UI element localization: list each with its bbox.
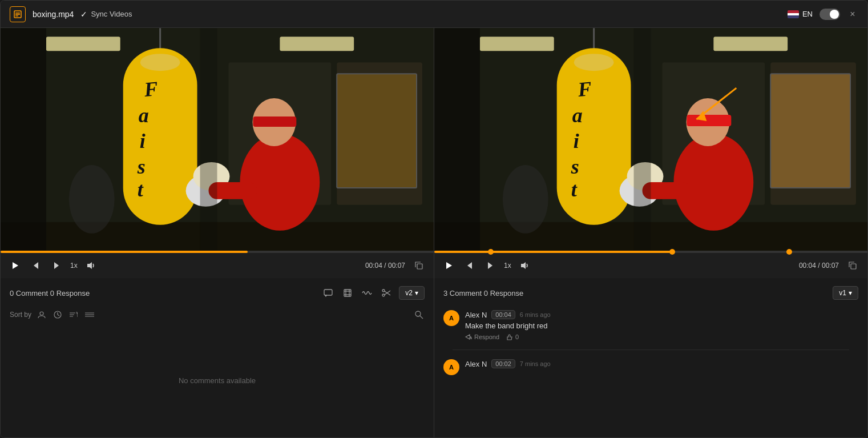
svg-rect-3 (15, 15, 18, 17)
right-next-button[interactable] (483, 259, 497, 272)
svg-line-43 (385, 291, 390, 295)
comment-item-2: A Alex N 00:02 7 mins ago (443, 359, 858, 375)
right-speed-label[interactable]: 1x (504, 262, 511, 270)
right-volume-button[interactable] (518, 259, 532, 272)
right-progress-bar[interactable] (434, 251, 867, 253)
sort-clock-icon[interactable] (52, 309, 63, 320)
app-container: boxing.mp4 ✓ Sync Videos EN × (0, 0, 868, 438)
comment-1-avatar: A (443, 310, 459, 326)
svg-text:a: a (572, 104, 583, 127)
comment-2-ago: 7 mins ago (520, 360, 551, 367)
svg-rect-23 (253, 116, 296, 127)
comment-2-timestamp[interactable]: 00:02 (491, 359, 515, 368)
right-video-controls: 1x 00:04 / 00:07 (434, 253, 867, 278)
svg-marker-31 (34, 262, 38, 269)
title-bar-left: boxing.mp4 ✓ Sync Videos (10, 6, 132, 22)
right-version-selector[interactable]: v1 ▾ (833, 286, 858, 300)
svg-rect-59 (713, 37, 788, 51)
svg-marker-32 (54, 262, 59, 269)
left-speed-label[interactable]: 1x (70, 262, 78, 270)
flag-icon (788, 10, 799, 18)
svg-text:F: F (576, 77, 592, 101)
left-next-button[interactable] (50, 259, 63, 272)
comment-1-ago: 6 mins ago (520, 311, 551, 318)
left-crop-tool[interactable] (341, 286, 354, 300)
svg-text:s: s (137, 155, 146, 178)
comment-1-user: Alex N (465, 311, 487, 319)
sort-lines-icon[interactable] (84, 309, 95, 320)
svg-rect-75 (687, 115, 731, 126)
left-wave-tool[interactable] (360, 286, 374, 300)
left-comments-tools: v2 ▾ (321, 286, 425, 300)
sync-videos[interactable]: ✓ Sync Videos (80, 10, 132, 19)
svg-rect-66 (557, 48, 631, 225)
svg-marker-33 (87, 262, 92, 269)
left-time-display: 00:04 / 00:07 (365, 262, 405, 270)
left-scissors-tool[interactable] (380, 286, 393, 300)
svg-text:s: s (571, 155, 579, 178)
language-selector[interactable]: EN (788, 10, 813, 18)
svg-point-42 (382, 294, 385, 296)
left-comments-section: 0 Comment 0 Response (1, 278, 434, 437)
left-prev-button[interactable] (29, 259, 43, 272)
svg-line-44 (385, 291, 390, 295)
left-volume-button[interactable] (84, 259, 98, 272)
svg-point-45 (40, 312, 43, 315)
left-version-selector[interactable]: v2 ▾ (399, 286, 425, 300)
comment-1-body: Alex N 00:04 6 mins ago Make the band br… (465, 310, 858, 340)
language-label: EN (802, 10, 813, 18)
file-name: boxing.mp4 (33, 10, 74, 19)
right-time-sep: / (818, 262, 822, 270)
svg-marker-87 (521, 262, 526, 269)
sort-order-icon[interactable] (68, 309, 79, 320)
comment-1-like[interactable]: 0 (506, 333, 519, 340)
svg-rect-14 (123, 48, 197, 225)
svg-point-79 (503, 165, 548, 234)
left-chat-tool[interactable] (321, 286, 335, 300)
left-progress-bar[interactable] (1, 251, 434, 253)
svg-point-73 (673, 134, 753, 231)
left-copy-button[interactable] (412, 259, 426, 272)
svg-marker-84 (446, 262, 452, 269)
comment-2-user: Alex N (465, 360, 487, 368)
svg-point-41 (382, 290, 385, 292)
comment-1-actions: Respond 0 (465, 333, 858, 340)
right-current-time: 00:04 (799, 262, 816, 270)
left-no-comments: No comments available (1, 324, 434, 437)
comment-1-timestamp[interactable]: 00:04 (491, 310, 515, 319)
left-play-button[interactable] (9, 259, 22, 272)
right-comments-count: 3 Comment 0 Response (443, 289, 523, 298)
right-video-canvas: F a i s t (434, 28, 867, 251)
left-video-controls: 1x 00:04 / 00:07 (1, 253, 434, 278)
svg-text:t: t (571, 178, 578, 201)
svg-marker-86 (488, 262, 492, 269)
svg-point-20 (140, 54, 180, 71)
svg-point-54 (415, 311, 421, 316)
right-play-button[interactable] (442, 259, 456, 272)
svg-rect-58 (480, 37, 554, 51)
svg-marker-85 (467, 262, 472, 269)
close-button[interactable]: × (847, 9, 858, 20)
svg-text:i: i (574, 130, 579, 152)
right-version-chevron: ▾ (849, 289, 852, 297)
left-video-area: F a i s t (1, 28, 434, 251)
svg-rect-11 (337, 74, 417, 188)
sort-label: Sort by (10, 311, 31, 319)
main-content: F a i s t (1, 28, 867, 437)
svg-rect-7 (280, 37, 354, 51)
left-search-icon[interactable] (413, 309, 425, 320)
left-sort-left: Sort by (10, 309, 95, 320)
right-comments-section: 3 Comment 0 Response v1 ▾ A (434, 278, 867, 437)
right-prev-button[interactable] (463, 259, 477, 272)
sync-videos-label: Sync Videos (91, 10, 132, 18)
right-copy-button[interactable] (846, 259, 859, 272)
left-comments-count: 0 Comment 0 Response (10, 289, 90, 298)
comment-1-meta: Alex N 00:04 6 mins ago (465, 310, 858, 319)
comment-1-respond[interactable]: Respond (465, 333, 499, 340)
svg-point-21 (240, 134, 320, 231)
toggle-switch[interactable] (819, 9, 840, 20)
marker-1 (488, 249, 494, 255)
sort-user-icon[interactable] (36, 309, 47, 320)
svg-rect-28 (1, 28, 46, 250)
svg-point-27 (69, 165, 115, 234)
